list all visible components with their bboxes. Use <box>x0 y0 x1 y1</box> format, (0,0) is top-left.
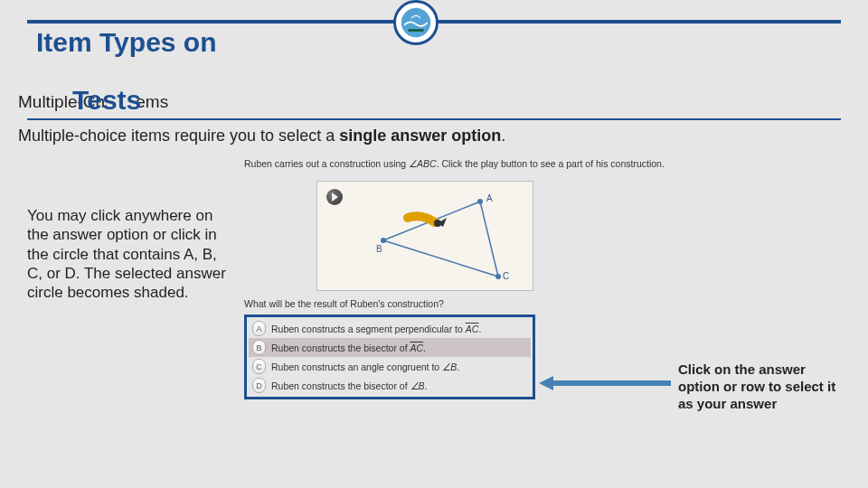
svg-text:C: C <box>503 271 509 281</box>
option-text: Ruben constructs the bisector of ∠B. <box>271 380 427 391</box>
instruction-text: You may click anywhere on the answer opt… <box>27 206 226 302</box>
question-followup: What will be the result of Ruben's const… <box>244 298 669 309</box>
option-text: Ruben constructs a segment perpendicular… <box>271 324 481 334</box>
pointer-arrow <box>539 376 675 390</box>
svg-point-5 <box>477 199 483 204</box>
option-bubble[interactable]: C <box>252 359 266 374</box>
answer-options: A Ruben constructs a segment perpendicul… <box>244 314 535 399</box>
svg-point-0 <box>401 8 430 37</box>
answer-option-a[interactable]: A Ruben constructs a segment perpendicul… <box>249 319 531 338</box>
description: Multiple-choice items require you to sel… <box>18 127 505 145</box>
question-prompt: Ruben carries out a construction using ∠… <box>244 157 669 175</box>
option-text: Ruben constructs the bisector of AC. <box>271 343 426 353</box>
answer-option-d[interactable]: D Ruben constructs the bisector of ∠B. <box>249 376 531 395</box>
desc-before: Multiple-choice items require you to sel… <box>18 127 339 145</box>
svg-point-6 <box>495 274 501 279</box>
page-title: Item Types on <box>36 27 216 57</box>
option-bubble[interactable]: D <box>252 378 266 393</box>
callout-text: Click on the answer option or row to sel… <box>678 361 836 412</box>
school-logo <box>393 0 439 45</box>
svg-line-3 <box>480 202 498 277</box>
subtitle: Multiple-Ch Tests ems <box>18 83 168 114</box>
arrow-left-icon <box>539 376 553 390</box>
header-rule-bottom <box>27 118 841 120</box>
svg-line-2 <box>383 240 498 277</box>
svg-point-4 <box>381 238 386 243</box>
triangle-diagram: A B C <box>376 191 530 290</box>
option-text: Ruben constructs an angle congruent to ∠… <box>271 361 459 372</box>
desc-after: . <box>501 127 505 145</box>
desc-bold: single answer option <box>339 127 501 145</box>
option-bubble[interactable]: A <box>252 321 266 336</box>
play-button[interactable] <box>326 189 343 205</box>
svg-text:A: A <box>486 193 493 203</box>
construction-canvas: A B C <box>316 181 533 291</box>
svg-text:B: B <box>376 244 382 254</box>
answer-option-c[interactable]: C Ruben constructs an angle congruent to… <box>249 357 531 376</box>
title-block: Item Types on <box>36 27 216 57</box>
answer-option-b[interactable]: B Ruben constructs the bisector of AC. <box>249 338 531 357</box>
example-question: Ruben carries out a construction using ∠… <box>244 157 669 399</box>
option-bubble[interactable]: B <box>252 340 266 355</box>
subtitle-overlay: Tests <box>72 85 141 116</box>
